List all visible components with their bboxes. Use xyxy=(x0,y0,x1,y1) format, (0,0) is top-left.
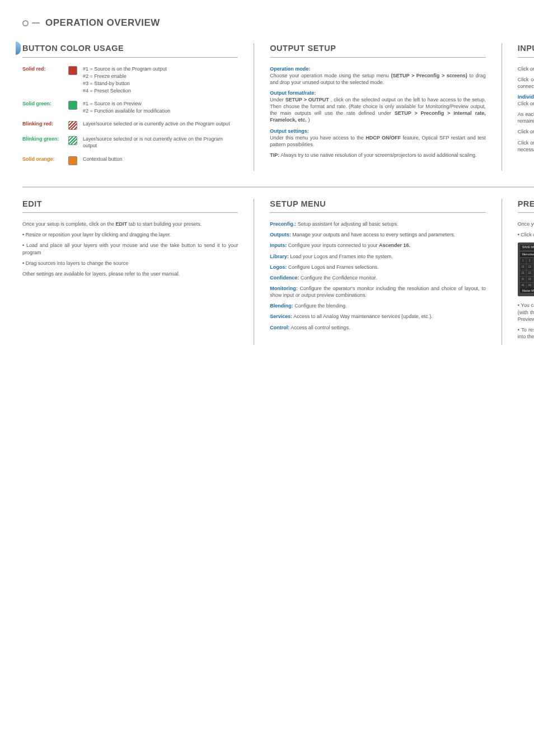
edit-other-settings-paragraph: Other settings are available for layers,… xyxy=(22,270,238,277)
logos-label: Logos: xyxy=(270,264,287,270)
operation-mode-paragraph: Operation mode: Choose your operation mo… xyxy=(270,66,485,86)
output-format-rate-label: Output format/rate: xyxy=(270,90,316,96)
preset-cell: 31 xyxy=(520,277,526,282)
solid-orange-label: Solid orange: xyxy=(22,156,68,162)
preset-cell: 12 xyxy=(527,264,533,270)
outputs-label: Outputs: xyxy=(270,232,291,237)
operation-mode-label: Operation mode: xyxy=(270,66,310,72)
preset-intro-paragraph: Once you build a preset, you can save it… xyxy=(518,221,534,227)
input-autoset-paragraph: Click on AUTOSET ALL to launch the autom… xyxy=(518,76,534,90)
edit-bullet-drag: • Drag sources into layers to change the… xyxy=(22,260,238,267)
solid-red-label: Solid red: xyxy=(22,66,68,72)
blinking-red-desc: Layer/source selected or is currently ac… xyxy=(83,120,238,128)
services-label: Services: xyxy=(270,314,292,319)
setup-menu-section: SETUP MENU Preconfig.: Setup assistant f… xyxy=(270,199,502,345)
preset-cell: 21 xyxy=(520,270,526,276)
confidence-label: Confidence: xyxy=(270,275,299,281)
preset-cell: 1 xyxy=(520,258,526,264)
bullet-circle-icon xyxy=(22,20,29,26)
output-settings-label: Output settings: xyxy=(270,128,309,134)
monitoring-label: Monitoring: xyxy=(270,286,297,291)
blending-label: Blending: xyxy=(270,303,293,309)
button-usage-heading: BUTTON COLOR USAGE xyxy=(22,43,238,58)
swatch-solid-orange-icon xyxy=(68,156,77,165)
preset-cell: 32 xyxy=(527,277,533,282)
preset-cell: 42 xyxy=(527,283,533,288)
setup-menu-heading: SETUP MENU xyxy=(270,199,485,213)
inputs-label: Inputs: xyxy=(270,242,287,248)
output-setup-heading: OUTPUT SETUP xyxy=(270,43,485,58)
button-color-usage-section: BUTTON COLOR USAGE Solid red: #1 = Sourc… xyxy=(22,43,254,171)
edit-bullet-load: • Load and place all your layers with yo… xyxy=(22,242,238,255)
solid-red-desc: #1 = Source is on the Program output #2 … xyxy=(83,66,238,95)
solid-green-label: Solid green: xyxy=(22,100,68,107)
preset-reset-bullet: • To reset a preset, please click on the… xyxy=(518,326,534,341)
section-divider xyxy=(22,186,534,188)
preset-table-left: SAVE MODE Auto Scale Filter 🔒 Memories 1… xyxy=(518,242,534,296)
dash-icon xyxy=(32,22,40,24)
solid-orange-desc: Contextual button xyxy=(83,156,238,163)
input-multiple-plugs-paragraph: As each input has multiple input plugs, … xyxy=(518,111,534,124)
swatch-blinking-green-icon xyxy=(68,136,77,145)
output-settings-paragraph: Output settings: Under this menu you hav… xyxy=(270,128,485,148)
blue-cap-decoration xyxy=(16,41,21,55)
library-label: Library: xyxy=(270,254,289,259)
row-master-mem: Master Mem. xyxy=(520,288,534,293)
preset-management-section: PRESET MANAGEMENT Once you build a prese… xyxy=(518,199,534,345)
input-general-paragraph: Click on SETUP > INPUT > GENERAL to have… xyxy=(518,66,534,72)
page-title-text: OPERATION OVERVIEW xyxy=(45,17,160,30)
preconfig-label: Preconfig.: xyxy=(270,221,296,227)
swatch-solid-green-icon xyxy=(68,101,77,110)
preset-cell: 22 xyxy=(527,270,533,276)
individual-input-paragraph: Individual input setting: Click on the l… xyxy=(518,94,534,107)
output-tip-paragraph: TIP: Always try to use native resolution… xyxy=(270,152,485,158)
blinking-green-desc: Layer/source selected or is not currentl… xyxy=(83,136,238,150)
preset-cell: 11 xyxy=(520,264,526,270)
edit-section: EDIT Once your setup is complete, click … xyxy=(22,199,254,345)
output-setup-section: OUTPUT SETUP Operation mode: Choose your… xyxy=(270,43,502,171)
preset-load-bullet: • You can load your preset at any time o… xyxy=(518,302,534,322)
preset-save-mode-bullet: • Click on SAVE MODE then choose your pr… xyxy=(518,231,534,238)
input-setup-section: INPUT SETUP Click on SETUP > INPUT > GEN… xyxy=(518,43,534,171)
input-setup-heading: INPUT SETUP xyxy=(518,43,534,58)
tab-save-mode: SAVE MODE xyxy=(520,245,534,250)
preset-tables-thumbnail: SAVE MODE Auto Scale Filter 🔒 Memories 1… xyxy=(518,242,534,296)
preset-cell: 2 xyxy=(527,258,533,264)
swatch-solid-red-icon xyxy=(68,66,77,75)
blinking-red-label: Blinking red: xyxy=(22,120,68,127)
blinking-green-label: Blinking green: xyxy=(22,136,68,142)
swatch-blinking-red-icon xyxy=(68,121,77,130)
setup-plug-paragraph: Click on the SETUP PLUG to start setup o… xyxy=(518,139,534,153)
solid-green-desc: #1 = Source is on Preview #2 = Function … xyxy=(83,100,238,115)
edit-bullet-resize: • Resize or reposition your layer by cli… xyxy=(22,231,238,238)
active-plug-paragraph: Click on your ACTIVE PLUG in order to ch… xyxy=(518,128,534,135)
page-title: OPERATION OVERVIEW xyxy=(22,17,534,30)
preset-cell: 41 xyxy=(520,283,526,288)
output-format-rate-paragraph: Output format/rate: Under SETUP > OUTPUT… xyxy=(270,90,485,124)
preset-heading: PRESET MANAGEMENT xyxy=(518,199,534,213)
row-memories: Memories xyxy=(520,252,534,257)
edit-heading: EDIT xyxy=(22,199,238,213)
edit-intro-paragraph: Once your setup is complete, click on th… xyxy=(22,221,238,227)
control-label: Control: xyxy=(270,325,289,330)
individual-input-label: Individual input setting: xyxy=(518,94,534,100)
